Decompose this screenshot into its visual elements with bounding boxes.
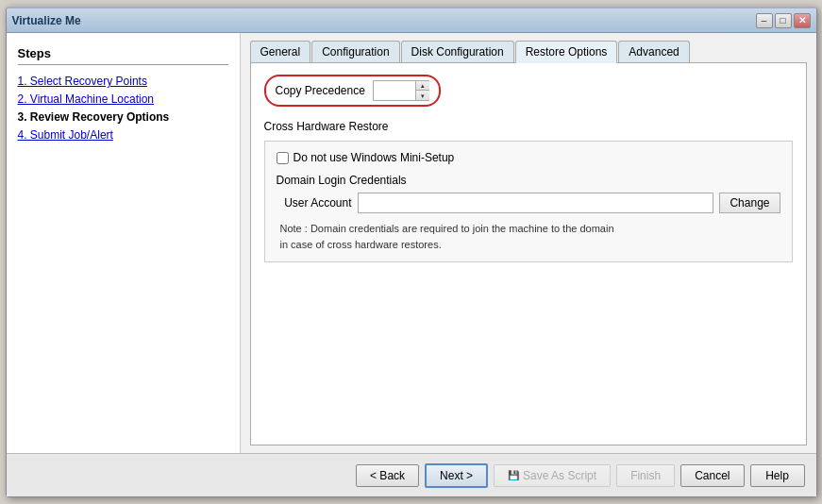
cancel-button[interactable]: Cancel (680, 464, 744, 487)
note-text: Note : Domain credentials are required t… (280, 221, 780, 252)
save-script-button[interactable]: 💾 Save As Script (494, 464, 611, 487)
spinbox-up-button[interactable]: ▴ (416, 81, 429, 91)
save-script-icon: 💾 (508, 470, 519, 480)
content-area: Steps 1. Select Recovery Points 2. Virtu… (7, 33, 816, 453)
domain-section: Domain Login Credentials User Account Ch… (277, 174, 780, 252)
close-button[interactable]: ✕ (794, 13, 811, 28)
tab-general[interactable]: General (250, 41, 311, 63)
user-account-label: User Account (277, 196, 352, 210)
user-account-input[interactable] (358, 193, 714, 213)
title-bar: Virtualize Me – □ ✕ (7, 8, 816, 33)
mini-setup-label: Do not use Windows Mini-Setup (294, 151, 455, 164)
copy-precedence-input[interactable]: 0 (374, 83, 415, 98)
spinbox-down-button[interactable]: ▾ (416, 91, 429, 100)
tab-disk-configuration[interactable]: Disk Configuration (401, 41, 514, 63)
step2-link[interactable]: 2. Virtual Machine Location (18, 92, 155, 106)
sidebar: Steps 1. Select Recovery Points 2. Virtu… (7, 33, 241, 453)
sidebar-heading: Steps (18, 46, 228, 65)
copy-precedence-label: Copy Precedence (276, 84, 365, 97)
step4-link[interactable]: 4. Submit Job/Alert (18, 128, 113, 142)
user-account-row: User Account Change (277, 193, 780, 213)
window-title: Virtualize Me (12, 14, 81, 27)
cross-hardware-label: Cross Hardware Restore (264, 120, 793, 133)
title-bar-buttons: – □ ✕ (756, 13, 811, 28)
sidebar-item-step4[interactable]: 4. Submit Job/Alert (18, 128, 228, 142)
tab-advanced[interactable]: Advanced (618, 41, 689, 63)
next-button[interactable]: Next > (425, 463, 488, 488)
tab-configuration[interactable]: Configuration (311, 41, 399, 63)
save-script-label: Save As Script (523, 469, 596, 482)
spinbox-buttons: ▴ ▾ (415, 81, 429, 100)
back-button[interactable]: < Back (356, 464, 419, 487)
copy-precedence-section: Copy Precedence 0 ▴ ▾ (264, 75, 441, 107)
finish-button[interactable]: Finish (616, 464, 675, 487)
main-area: General Configuration Disk Configuration… (241, 33, 816, 453)
maximize-button[interactable]: □ (775, 13, 792, 28)
tab-bar: General Configuration Disk Configuration… (250, 41, 807, 63)
sidebar-item-step2[interactable]: 2. Virtual Machine Location (18, 92, 228, 106)
main-window: Virtualize Me – □ ✕ Steps 1. Select Reco… (6, 7, 817, 497)
tab-restore-options[interactable]: Restore Options (515, 41, 618, 63)
footer: < Back Next > 💾 Save As Script Finish Ca… (7, 453, 816, 496)
domain-credentials-label: Domain Login Credentials (277, 174, 780, 187)
step1-link[interactable]: 1. Select Recovery Points (18, 75, 147, 88)
minimize-button[interactable]: – (756, 13, 773, 28)
sidebar-item-step1[interactable]: 1. Select Recovery Points (18, 75, 228, 88)
mini-setup-checkbox[interactable] (277, 152, 289, 164)
help-button[interactable]: Help (750, 464, 805, 487)
sidebar-item-step3: 3. Review Recovery Options (18, 110, 228, 124)
step3-label: 3. Review Recovery Options (18, 110, 170, 124)
copy-precedence-spinbox: 0 ▴ ▾ (373, 80, 429, 101)
tab-content-restore-options: Copy Precedence 0 ▴ ▾ Cross Hardware Res… (250, 62, 807, 445)
cross-hardware-box: Do not use Windows Mini-Setup Domain Log… (264, 141, 793, 262)
change-button[interactable]: Change (719, 193, 780, 213)
mini-setup-row: Do not use Windows Mini-Setup (277, 151, 780, 164)
